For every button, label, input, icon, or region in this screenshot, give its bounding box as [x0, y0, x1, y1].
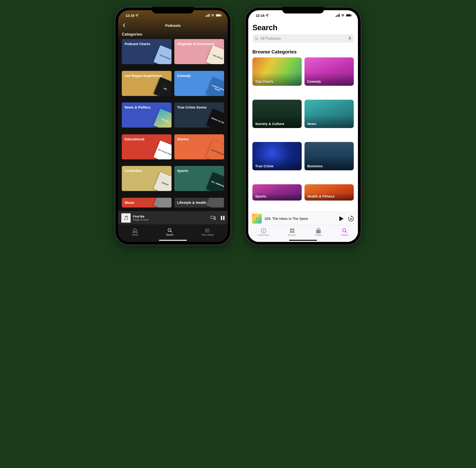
category-tile[interactable]: Sports [253, 184, 302, 201]
tab-library[interactable]: Library [315, 228, 322, 236]
tab-label: Your Library [201, 234, 214, 236]
tab-bar: Listen NowBrowseLibrarySearch [248, 225, 358, 239]
category-tile[interactable]: True Crime SceneSERIAL KILLER [174, 102, 224, 128]
tile-label: True Crime Scene [177, 105, 207, 109]
svg-line-13 [171, 231, 172, 232]
category-tile[interactable]: Business [304, 142, 354, 170]
home-indicator[interactable] [118, 239, 228, 242]
svg-rect-19 [338, 15, 339, 17]
wifi-icon [211, 14, 215, 17]
category-tile[interactable]: True Crime [253, 142, 302, 170]
tab-label: Browse [288, 234, 296, 236]
tab-your-library[interactable]: Your Library [201, 228, 214, 236]
svg-line-25 [257, 39, 258, 40]
play-button[interactable] [339, 216, 343, 221]
battery-icon [346, 14, 352, 17]
svg-rect-10 [221, 216, 222, 220]
spotify-phone: 12:16 Podcasts [115, 7, 231, 245]
category-tile[interactable]: Lifestyle & Health [174, 198, 224, 207]
tile-label: Lifestyle & Health [177, 201, 206, 205]
tab-search[interactable]: Search [166, 228, 174, 236]
tab-bar: HomeSearchYour Library [118, 224, 228, 239]
svg-point-36 [342, 229, 346, 232]
category-tile[interactable]: Podcast ChartsTop Podcasts [122, 39, 172, 64]
svg-rect-11 [223, 216, 224, 220]
back-button[interactable] [122, 23, 125, 28]
category-tile[interactable]: News [304, 100, 354, 128]
tile-label: Stories [177, 137, 189, 141]
svg-rect-22 [346, 15, 351, 16]
tab-label: Listen Now [258, 234, 269, 236]
home-indicator[interactable] [248, 239, 358, 242]
signal-icon [206, 14, 210, 17]
mic-icon[interactable] [348, 36, 351, 41]
tile-label: True Crime [255, 164, 273, 168]
now-playing-art: 🌐 [252, 214, 262, 223]
category-tile[interactable]: Top Charts [253, 58, 302, 86]
tab-home[interactable]: Home [132, 228, 138, 236]
tab-label: Search [166, 234, 174, 236]
apple-podcasts-phone: 12:16 Search [245, 7, 361, 245]
notch [282, 7, 324, 14]
category-tile[interactable]: SportsBILL SIMMONS [174, 166, 224, 191]
tile-art: HEAVYWEIGHT [206, 140, 224, 160]
tile-art: THE OFFICE [206, 45, 224, 64]
search-input[interactable]: All Podcasts [253, 34, 354, 43]
search-icon [167, 228, 172, 233]
svg-rect-17 [336, 16, 336, 17]
category-tile[interactable]: EducationalTED TALKS DAILY [122, 134, 172, 160]
tile-label: Educational [125, 137, 144, 141]
skip-forward-30-button[interactable]: 30 [348, 215, 354, 222]
category-tile[interactable]: Health & Fitness [304, 184, 354, 201]
status-time: 12:16 [256, 14, 265, 17]
tile-art [153, 198, 172, 207]
svg-rect-18 [337, 15, 338, 17]
nav-title: Podcasts [165, 23, 181, 28]
svg-point-12 [168, 228, 171, 232]
tab-listen-now[interactable]: Listen Now [258, 228, 269, 236]
tab-label: Home [132, 234, 138, 236]
svg-rect-23 [351, 15, 352, 16]
section-title: Categories [118, 30, 228, 39]
category-tile[interactable]: Comedy [304, 58, 354, 86]
now-playing-title: Find Me [133, 215, 208, 218]
svg-rect-34 [317, 229, 320, 229]
category-tile[interactable]: Joe Rogan ExperienceJRE [122, 71, 172, 96]
location-icon [135, 14, 138, 17]
svg-rect-2 [208, 15, 208, 17]
section-title: Browse Categories [248, 48, 358, 58]
devices-icon[interactable] [210, 216, 216, 220]
tile-label: Comedy [177, 74, 191, 78]
tile-art: EXPERT [153, 172, 172, 191]
notch [152, 7, 194, 14]
now-playing-art: 🎵 [121, 213, 131, 223]
wifi-icon [341, 14, 345, 17]
tab-label: Search [341, 234, 348, 236]
svg-rect-33 [317, 228, 320, 228]
pause-button[interactable] [221, 216, 224, 220]
category-tile[interactable]: Originals & ExclusivesTHE OFFICE [174, 39, 224, 64]
svg-rect-32 [292, 231, 294, 233]
signal-icon [336, 14, 340, 17]
tile-art: The Daily [153, 108, 172, 128]
tab-search[interactable]: Search [341, 228, 348, 236]
page-title: Search [248, 20, 358, 34]
category-tile[interactable]: StoriesHEAVYWEIGHT [174, 134, 224, 160]
tab-browse[interactable]: Browse [288, 228, 296, 236]
location-icon [266, 14, 269, 17]
tile-label: Podcast Charts [125, 42, 150, 46]
divider [253, 45, 354, 46]
category-grid: Podcast ChartsTop PodcastsOriginals & Ex… [118, 39, 228, 211]
svg-rect-31 [290, 231, 292, 233]
now-playing-bar[interactable]: 🌐 339. The Inbox Is The Spice 30 [248, 212, 358, 225]
nav-header: Podcasts [118, 20, 228, 30]
tile-art: JRE [153, 77, 172, 96]
now-playing-bar[interactable]: 🎵 Find Me Kings of Leon [118, 211, 228, 224]
svg-rect-35 [316, 230, 321, 233]
category-tile[interactable]: News & PoliticsThe Daily [122, 102, 172, 128]
category-tile[interactable]: Society & Culture [253, 100, 302, 128]
category-tile[interactable]: ComedyCOMEDY BANG BANG [174, 71, 224, 96]
tile-label: Health & Fitness [307, 194, 335, 198]
category-tile[interactable]: Music [122, 198, 172, 207]
category-tile[interactable]: CelebritiesEXPERT [122, 166, 172, 191]
